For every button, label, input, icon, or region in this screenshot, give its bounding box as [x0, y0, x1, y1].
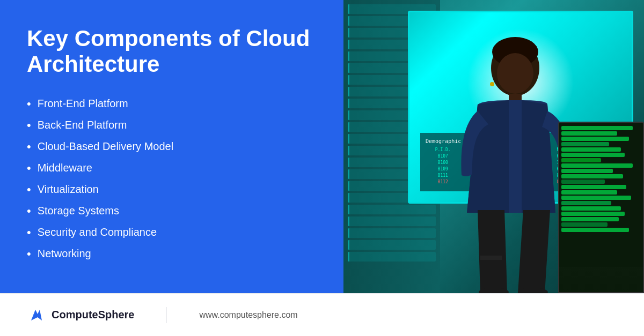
bullet-item-7: Security and Compliance: [27, 226, 317, 240]
bullet-item-4: Middleware: [27, 161, 317, 175]
svg-point-8: [490, 82, 494, 86]
main-content: Key Components of Cloud Architecture Fro…: [0, 0, 644, 293]
monitor-screen: [559, 123, 643, 267]
bullet-item-1: Front-End Platform: [27, 97, 317, 111]
main-title: Key Components of Cloud Architecture: [27, 26, 317, 78]
person-figure: [429, 25, 580, 293]
footer: ComputeSphere www.computesphere.com: [0, 293, 644, 336]
left-panel: Key Components of Cloud Architecture Fro…: [0, 0, 343, 293]
brand: ComputeSphere: [27, 305, 134, 325]
brand-name: ComputeSphere: [52, 309, 134, 321]
brand-logo-icon: [27, 305, 46, 325]
right-panel: Demographic Analyzer P.I.D. USER PRI NI …: [343, 0, 644, 293]
person-silhouette: [429, 25, 580, 293]
right-panel-bg: Demographic Analyzer P.I.D. USER PRI NI …: [343, 0, 644, 293]
bullet-item-6: Storage Systems: [27, 204, 317, 218]
bullet-item-5: Virtualization: [27, 183, 317, 197]
footer-divider: [166, 307, 167, 323]
bullet-item-8: Networking: [27, 247, 317, 261]
right-monitor: [558, 122, 644, 293]
svg-rect-5: [480, 256, 502, 260]
bullet-item-3: Cloud-Based Delivery Model: [27, 140, 317, 154]
bullet-list: Front-End PlatformBack-End PlatformCloud…: [27, 97, 317, 268]
website-url: www.computesphere.com: [199, 310, 297, 320]
bullet-item-2: Back-End Platform: [27, 118, 317, 132]
main-container: Key Components of Cloud Architecture Fro…: [0, 0, 644, 336]
svg-point-9: [497, 53, 533, 94]
